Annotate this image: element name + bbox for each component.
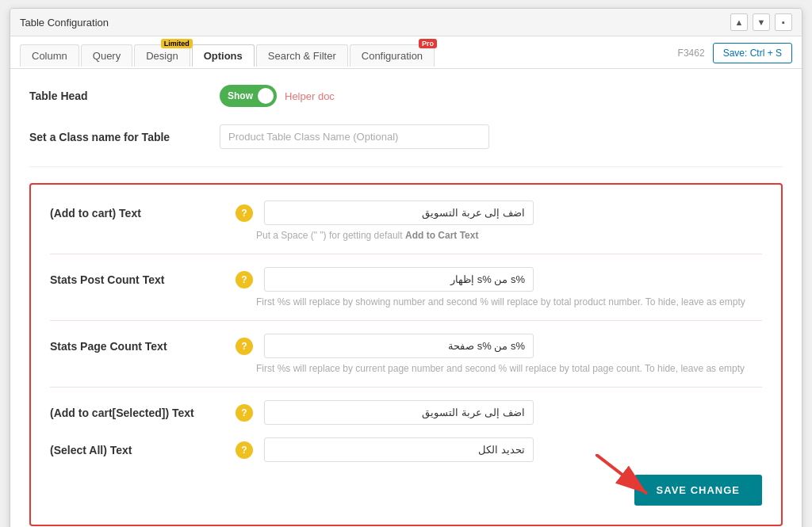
stats-page-count-help-icon[interactable]: ? <box>236 338 253 355</box>
titlebar: Table Configuration ▲ ▼ ▪ <box>10 9 802 36</box>
stats-page-count-hint: First %s will replace by current page nu… <box>256 363 762 374</box>
inner-divider-2 <box>50 320 762 321</box>
tab-design[interactable]: Design Limited <box>134 44 190 67</box>
select-all-label: (Select All) Text <box>50 444 224 456</box>
add-to-cart-selected-label: (Add to cart[Selected]) Text <box>50 407 224 419</box>
select-all-help-icon[interactable]: ? <box>236 441 253 459</box>
inner-divider-1 <box>50 254 762 254</box>
window-title: Table Configuration <box>20 17 109 29</box>
select-all-input[interactable] <box>264 437 534 462</box>
add-to-cart-selected-help-icon[interactable]: ? <box>236 404 253 422</box>
tab-search-filter[interactable]: Search & Filter <box>256 44 348 67</box>
class-name-label: Set a Class name for Table <box>29 131 204 143</box>
close-button[interactable]: ▪ <box>775 13 792 31</box>
table-head-label: Table Head <box>29 90 204 102</box>
stats-post-count-input[interactable] <box>264 267 534 292</box>
add-to-cart-hint-bold: Add to Cart Text <box>405 230 478 241</box>
limited-badge: Limited <box>161 39 193 48</box>
add-to-cart-group: (Add to cart) Text ? Put a Space (" ") f… <box>50 200 762 241</box>
add-to-cart-hint: Put a Space (" ") for getting default Ad… <box>256 230 762 241</box>
red-section: (Add to cart) Text ? Put a Space (" ") f… <box>29 183 783 526</box>
tab-options[interactable]: Options <box>192 44 255 67</box>
add-to-cart-input[interactable] <box>264 200 534 225</box>
main-window: Table Configuration ▲ ▼ ▪ Column Query D… <box>10 8 802 527</box>
add-to-cart-help-icon[interactable]: ? <box>236 204 253 222</box>
toggle-container: Show Helper doc <box>220 85 335 107</box>
pro-badge: Pro <box>419 39 437 48</box>
save-shortcut-button[interactable]: Save: Ctrl + S <box>713 43 792 63</box>
add-to-cart-selected-group: (Add to cart[Selected]) Text ? <box>50 400 762 425</box>
stats-post-count-hint: First %s will replace by showing number … <box>256 296 762 307</box>
tab-column[interactable]: Column <box>20 44 79 67</box>
tab-configuration[interactable]: Configuration Pro <box>350 44 435 67</box>
add-to-cart-row: (Add to cart) Text ? <box>50 200 762 225</box>
svg-line-1 <box>596 454 647 494</box>
restore-button[interactable]: ▼ <box>753 13 770 31</box>
red-arrow-icon <box>596 454 659 502</box>
add-to-cart-hint-plain: Put a Space (" ") for getting default <box>256 230 405 241</box>
helper-doc-link[interactable]: Helper doc <box>285 90 335 102</box>
stats-page-count-input[interactable] <box>264 334 534 358</box>
stats-post-count-label: Stats Post Count Text <box>50 273 224 286</box>
tabs-list: Column Query Design Limited Options Sear… <box>20 44 435 67</box>
stats-page-count-group: Stats Page Count Text ? First %s will re… <box>50 334 762 374</box>
tabs-right: F3462 Save: Ctrl + S <box>678 43 792 68</box>
add-to-cart-selected-input[interactable] <box>264 400 534 425</box>
stats-page-count-row: Stats Page Count Text ? <box>50 334 762 358</box>
minimize-button[interactable]: ▲ <box>730 13 748 31</box>
table-head-row: Table Head Show Helper doc <box>29 85 783 107</box>
stats-post-count-row: Stats Post Count Text ? <box>50 267 762 292</box>
add-to-cart-selected-row: (Add to cart[Selected]) Text ? <box>50 400 762 425</box>
window-controls: ▲ ▼ ▪ <box>730 13 792 31</box>
add-to-cart-label: (Add to cart) Text <box>50 207 224 220</box>
divider <box>29 166 783 167</box>
content-area: Table Head Show Helper doc Set a Class n… <box>10 69 802 527</box>
version-label: F3462 <box>678 48 705 59</box>
class-name-row: Set a Class name for Table <box>29 124 783 149</box>
class-name-input[interactable] <box>220 124 489 149</box>
toggle-text: Show <box>228 90 253 101</box>
stats-post-count-help-icon[interactable]: ? <box>236 271 253 288</box>
inner-divider-3 <box>50 387 762 388</box>
footer-row: SAVE CHANGE <box>50 475 762 506</box>
tabs-bar: Column Query Design Limited Options Sear… <box>10 36 802 69</box>
stats-post-count-group: Stats Post Count Text ? First %s will re… <box>50 267 762 307</box>
tab-query[interactable]: Query <box>81 44 132 67</box>
stats-page-count-label: Stats Page Count Text <box>50 340 224 353</box>
show-toggle[interactable]: Show <box>220 85 277 107</box>
